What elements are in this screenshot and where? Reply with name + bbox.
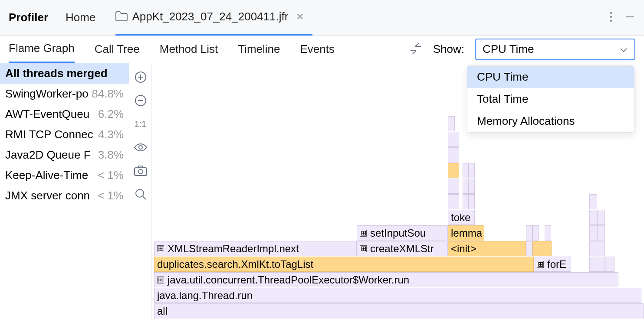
swap-icon[interactable]: [409, 42, 423, 57]
flame-cell[interactable]: [463, 194, 469, 209]
thread-name: Keep-Alive-Time: [5, 169, 88, 182]
thread-pct: 3.8%: [98, 148, 124, 162]
flame-cell[interactable]: [589, 257, 605, 272]
thread-row[interactable]: RMI TCP Connec 4.3%: [0, 124, 129, 145]
flame-toolbar: 1:1: [129, 63, 152, 319]
camera-icon[interactable]: [134, 163, 147, 179]
tab-timeline[interactable]: Timeline: [238, 36, 280, 63]
flame-cell-thread-run[interactable]: java.lang.Thread.run: [154, 288, 641, 303]
svg-point-12: [136, 189, 144, 197]
folder-icon: [115, 11, 128, 23]
thread-row[interactable]: Java2D Queue F 3.8%: [0, 145, 129, 165]
flame-cell-lemma[interactable]: lemma: [448, 225, 484, 241]
svg-point-0: [610, 12, 612, 14]
flame-cell[interactable]: [589, 194, 597, 209]
flame-cell[interactable]: [526, 225, 532, 241]
flame-cell[interactable]: [526, 241, 532, 256]
tab-call-tree[interactable]: Call Tree: [95, 36, 140, 63]
show-dropdown: CPU Time Total Time Memory Allocations: [467, 65, 634, 133]
header-bar: Profiler Home AppKt_2023_07_24_200411.jf…: [0, 0, 644, 36]
tab-method-list[interactable]: Method List: [160, 36, 218, 63]
flame-cell[interactable]: [589, 210, 597, 225]
flame-cell[interactable]: [448, 163, 459, 178]
dropdown-item-cpu-time[interactable]: CPU Time: [467, 66, 634, 88]
svg-line-13: [143, 196, 146, 199]
flame-cell[interactable]: [448, 132, 459, 147]
profiler-title: Profiler: [9, 11, 48, 24]
thread-row[interactable]: Keep-Alive-Time < 1%: [0, 165, 129, 186]
eye-icon[interactable]: [134, 140, 147, 155]
thread-pct: 4.3%: [98, 128, 124, 141]
search-icon[interactable]: [135, 186, 146, 202]
minimize-icon[interactable]: [625, 12, 635, 24]
flame-cell[interactable]: [605, 257, 614, 272]
flame-cell-set-input-sou[interactable]: ⊞setInputSou: [357, 225, 448, 241]
thread-row[interactable]: SwingWorker-po 84.8%: [0, 84, 129, 104]
thread-row[interactable]: JMX server conn < 1%: [0, 186, 129, 206]
thread-row-all[interactable]: All threads merged: [0, 63, 129, 84]
thread-name: Java2D Queue F: [5, 148, 91, 162]
flame-cell[interactable]: [448, 194, 459, 209]
thread-name: RMI TCP Connec: [5, 128, 93, 141]
zoom-in-icon[interactable]: [135, 69, 147, 85]
thread-name: All threads merged: [5, 67, 108, 80]
flame-cell[interactable]: [597, 225, 605, 241]
thread-pct: < 1%: [98, 189, 124, 202]
more-icon[interactable]: [609, 11, 613, 24]
threads-panel: All threads merged SwingWorker-po 84.8% …: [0, 63, 129, 319]
thread-row[interactable]: AWT-EventQueu 6.2%: [0, 104, 129, 124]
dropdown-item-memory-alloc[interactable]: Memory Allocations: [467, 110, 634, 132]
close-icon[interactable]: ✕: [292, 11, 307, 23]
flame-cell-worker-run[interactable]: ⊞java.util.concurrent.ThreadPoolExecutor…: [154, 272, 618, 287]
flame-cell-all[interactable]: all: [154, 303, 644, 319]
dropdown-item-total-time[interactable]: Total Time: [467, 88, 634, 110]
tab-flame-graph[interactable]: Flame Graph: [9, 36, 75, 63]
flame-cell-xml-reader-next[interactable]: ⊞XMLStreamReaderImpl.next: [154, 241, 357, 256]
thread-pct: < 1%: [98, 169, 124, 182]
flame-cell-init[interactable]: <init>: [448, 241, 526, 256]
chevron-down-icon: [620, 42, 628, 56]
flame-cell[interactable]: [469, 194, 475, 209]
flame-cell[interactable]: [545, 225, 551, 241]
flame-stack: toke ⊞setInputSou lemma ⊞XMLStreamReader…: [152, 116, 644, 319]
flame-cell[interactable]: [589, 241, 605, 256]
thread-name: AWT-EventQueu: [5, 107, 89, 121]
flame-cell[interactable]: [448, 116, 455, 131]
flame-cell[interactable]: [448, 179, 459, 194]
flame-cell[interactable]: [532, 241, 552, 256]
flame-cell[interactable]: [469, 179, 475, 194]
flame-cell-for-each[interactable]: ⊞forE: [534, 257, 571, 272]
thread-pct: 6.2%: [98, 107, 124, 121]
svg-point-2: [610, 20, 612, 22]
show-select[interactable]: CPU Time CPU Time Total Time Memory Allo…: [475, 39, 635, 60]
flame-cell[interactable]: [597, 210, 605, 225]
thread-pct: 84.8%: [92, 87, 124, 101]
thread-name: SwingWorker-po: [5, 87, 89, 101]
show-label: Show:: [433, 42, 464, 56]
svg-point-1: [610, 16, 612, 18]
svg-rect-10: [135, 168, 147, 176]
home-tab[interactable]: Home: [66, 11, 95, 24]
show-select-value: CPU Time: [483, 42, 534, 56]
flame-cell[interactable]: [448, 147, 459, 163]
zoom-ratio[interactable]: 1:1: [135, 116, 147, 132]
flame-cell-create-xml-str[interactable]: ⊞createXMLStr: [357, 241, 448, 256]
zoom-out-icon[interactable]: [135, 93, 147, 108]
thread-name: JMX server conn: [5, 189, 90, 202]
svg-point-9: [139, 146, 142, 149]
file-tab[interactable]: AppKt_2023_07_24_200411.jfr ✕: [115, 0, 312, 36]
file-tab-name: AppKt_2023_07_24_200411.jfr: [132, 10, 288, 23]
flame-cell[interactable]: [463, 163, 469, 178]
flame-cell-to-tag-list[interactable]: duplicates.search.XmlKt.toTagList: [154, 257, 534, 272]
flame-cell[interactable]: [469, 163, 475, 178]
flame-cell[interactable]: [463, 179, 469, 194]
flame-cell-toke[interactable]: toke: [448, 210, 475, 225]
flame-cell[interactable]: [532, 225, 539, 241]
flame-cell[interactable]: [589, 225, 597, 241]
subtabs-bar: Flame Graph Call Tree Method List Timeli…: [0, 36, 644, 63]
tab-events[interactable]: Events: [300, 36, 335, 63]
svg-point-11: [138, 169, 143, 174]
